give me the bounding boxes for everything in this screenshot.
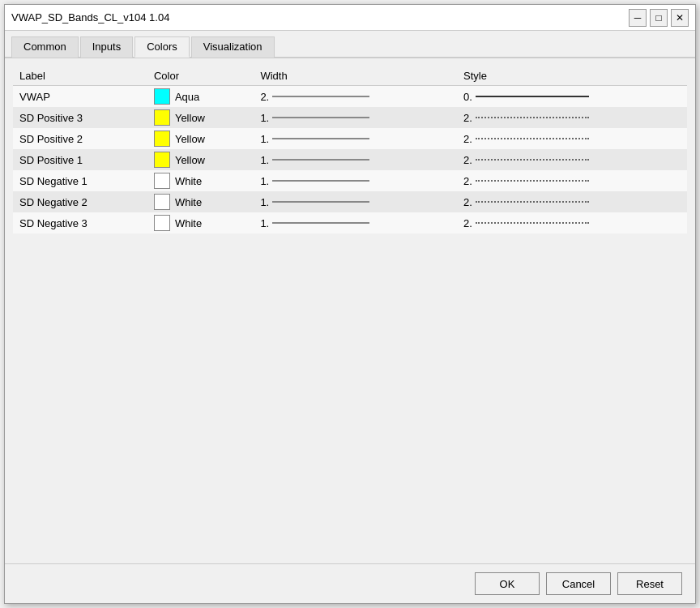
table-row: SD Positive 2Yellow1.2. xyxy=(13,128,687,149)
tab-bar: Common Inputs Colors Visualization xyxy=(5,31,695,58)
width-value: 1. xyxy=(260,217,269,229)
color-name: Yellow xyxy=(175,133,205,145)
window-title: VWAP_SD_Bands_CL_v104 1.04 xyxy=(11,11,169,24)
cell-label: SD Positive 1 xyxy=(13,149,147,170)
color-name: White xyxy=(175,217,202,229)
col-header-label: Label xyxy=(13,66,147,86)
width-line xyxy=(272,96,369,97)
cell-style[interactable]: 2. xyxy=(457,107,687,128)
color-name: White xyxy=(175,196,202,208)
color-swatch[interactable] xyxy=(154,152,170,168)
cell-label: VWAP xyxy=(13,86,147,108)
style-value: 2. xyxy=(463,112,472,124)
style-value: 2. xyxy=(463,196,472,208)
width-line xyxy=(272,138,369,139)
dotted-line-icon xyxy=(476,201,589,203)
width-line xyxy=(272,201,369,203)
width-line xyxy=(272,180,369,182)
style-value: 2. xyxy=(463,133,472,145)
table-row: SD Negative 2White1.2. xyxy=(13,191,687,212)
cell-style[interactable]: 2. xyxy=(457,191,687,212)
solid-line-icon xyxy=(476,96,589,97)
table-row: SD Positive 1Yellow1.2. xyxy=(13,149,687,170)
cell-style[interactable]: 0. xyxy=(457,86,687,108)
cell-color[interactable]: Yellow xyxy=(147,128,254,149)
col-header-width: Width xyxy=(254,66,457,86)
col-header-style: Style xyxy=(457,66,687,86)
minimize-button[interactable]: ─ xyxy=(629,9,647,27)
color-swatch[interactable] xyxy=(154,173,170,189)
color-swatch[interactable] xyxy=(154,109,170,126)
dotted-line-icon xyxy=(476,117,589,118)
cell-color[interactable]: Aqua xyxy=(147,86,254,108)
style-value: 2. xyxy=(463,217,472,229)
cell-color[interactable]: Yellow xyxy=(147,149,254,170)
table-row: SD Positive 3Yellow1.2. xyxy=(13,107,687,128)
cell-label: SD Positive 3 xyxy=(13,107,147,128)
tab-common[interactable]: Common xyxy=(11,36,79,58)
width-value: 1. xyxy=(260,154,269,166)
tab-colors[interactable]: Colors xyxy=(134,36,190,58)
cell-label: SD Negative 1 xyxy=(13,170,147,191)
col-header-color: Color xyxy=(147,66,254,86)
cell-label: SD Negative 3 xyxy=(13,212,147,233)
cell-width[interactable]: 1. xyxy=(254,107,457,128)
color-swatch[interactable] xyxy=(154,194,170,210)
width-line xyxy=(272,222,369,224)
tab-inputs[interactable]: Inputs xyxy=(80,36,133,58)
close-button[interactable]: ✕ xyxy=(671,9,689,27)
style-value: 2. xyxy=(463,175,472,187)
cell-label: SD Positive 2 xyxy=(13,128,147,149)
cell-style[interactable]: 2. xyxy=(457,212,687,233)
cancel-button[interactable]: Cancel xyxy=(546,572,611,595)
color-swatch[interactable] xyxy=(154,88,170,105)
cell-width[interactable]: 2. xyxy=(254,86,457,108)
color-name: White xyxy=(175,175,202,187)
width-value: 1. xyxy=(260,112,269,124)
width-line xyxy=(272,117,369,118)
dotted-line-icon xyxy=(476,222,589,224)
style-value: 0. xyxy=(463,91,472,103)
table-row: SD Negative 3White1.2. xyxy=(13,212,687,233)
table-row: SD Negative 1White1.2. xyxy=(13,170,687,191)
cell-color[interactable]: White xyxy=(147,170,254,191)
width-line xyxy=(272,159,369,161)
title-bar: VWAP_SD_Bands_CL_v104 1.04 ─ □ ✕ xyxy=(5,5,695,31)
cell-width[interactable]: 1. xyxy=(254,191,457,212)
dotted-line-icon xyxy=(476,180,589,182)
cell-style[interactable]: 2. xyxy=(457,170,687,191)
width-value: 1. xyxy=(260,133,269,145)
maximize-button[interactable]: □ xyxy=(650,9,668,27)
color-swatch[interactable] xyxy=(154,131,170,147)
color-name: Yellow xyxy=(175,154,205,166)
cell-color[interactable]: Yellow xyxy=(147,107,254,128)
color-name: Aqua xyxy=(175,91,199,103)
width-value: 2. xyxy=(260,91,269,103)
width-value: 1. xyxy=(260,196,269,208)
cell-width[interactable]: 1. xyxy=(254,212,457,233)
color-name: Yellow xyxy=(175,112,205,124)
cell-style[interactable]: 2. xyxy=(457,149,687,170)
footer: OK Cancel Reset xyxy=(5,563,695,603)
width-value: 1. xyxy=(260,175,269,187)
table-row: VWAPAqua2.0. xyxy=(13,86,687,108)
title-bar-controls: ─ □ ✕ xyxy=(629,9,689,27)
cell-color[interactable]: White xyxy=(147,212,254,233)
cell-label: SD Negative 2 xyxy=(13,191,147,212)
cell-width[interactable]: 1. xyxy=(254,128,457,149)
color-swatch[interactable] xyxy=(154,215,170,231)
cell-width[interactable]: 1. xyxy=(254,170,457,191)
colors-table: Label Color Width Style VWAPAqua2.0.SD P… xyxy=(13,66,687,233)
dotted-line-icon xyxy=(476,159,589,161)
cell-style[interactable]: 2. xyxy=(457,128,687,149)
style-value: 2. xyxy=(463,154,472,166)
main-window: VWAP_SD_Bands_CL_v104 1.04 ─ □ ✕ Common … xyxy=(4,4,696,604)
cell-color[interactable]: White xyxy=(147,191,254,212)
tab-visualization[interactable]: Visualization xyxy=(191,36,275,58)
reset-button[interactable]: Reset xyxy=(617,572,682,595)
cell-width[interactable]: 1. xyxy=(254,149,457,170)
tab-content: Label Color Width Style VWAPAqua2.0.SD P… xyxy=(5,58,695,563)
dotted-line-icon xyxy=(476,138,589,139)
ok-button[interactable]: OK xyxy=(475,572,540,595)
